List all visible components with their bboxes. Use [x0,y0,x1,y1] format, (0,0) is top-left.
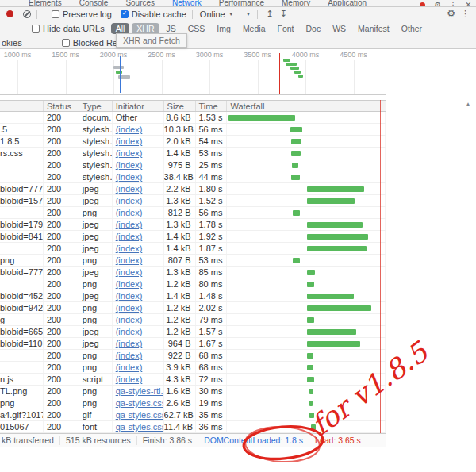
initiator-link[interactable]: qa-styles.css?… [113,397,164,409]
table-row[interactable]: .5200stylesh…(index)10.3 kB56 ms [0,124,386,136]
initiator-link[interactable]: (index) [113,136,164,147]
filter-pill-other[interactable]: Other [397,23,427,34]
initiator-link[interactable]: (index) [113,314,164,325]
filter-pill-font[interactable]: Font [272,23,298,34]
network-conditions-caret-icon[interactable]: ▼ [246,11,251,17]
more-options-icon[interactable]: ⋮ [449,1,456,7]
initiator-link[interactable]: qa-styles-rtl.c… [113,386,164,397]
initiator-link[interactable]: (index) [113,338,164,349]
tab-memory[interactable]: Memory [282,0,310,7]
tab-sources[interactable]: Sources [125,0,155,7]
request-time: 1.57 s [196,326,228,337]
initiator-link[interactable]: (index) [113,290,164,301]
filter-pill-media[interactable]: Media [238,23,271,34]
table-row[interactable]: a4.gif?1017…200gifqa-styles.css?…62.7 kB… [0,409,386,421]
header-type[interactable]: Type [79,101,113,111]
initiator-link[interactable]: (index) [113,362,164,373]
header-status[interactable]: Status [44,101,79,111]
initiator-link[interactable]: (index) [113,374,164,385]
filter-pill-js[interactable]: JS [162,23,181,34]
table-row[interactable]: 200png(index)1.2 kB80 ms [0,278,386,290]
overview-pane[interactable]: 1000 ms1500 ms2000 ms2500 ms3000 ms3500 … [0,49,386,95]
filter-pill-all[interactable]: All [111,23,130,34]
table-row[interactable]: png200png(index)807 B53 ms [0,255,386,267]
filter-pill-manifest[interactable]: Manifest [353,23,394,34]
table-row[interactable]: 200docum…Other8.6 kB1.53 s [0,112,386,124]
throttling-select[interactable]: Online ▼ [200,10,234,19]
initiator-link[interactable]: (index) [113,124,164,135]
filter-pill-ws[interactable]: WS [328,23,351,34]
filter-pill-doc[interactable]: Doc [301,23,326,34]
preserve-log-checkbox-box[interactable] [52,10,60,18]
initiator-link[interactable]: (index) [113,219,164,230]
table-row[interactable]: n.js200script(index)4.3 kB72 ms [0,374,386,386]
header-size[interactable]: Size [164,101,196,111]
clear-network-log-icon[interactable] [23,10,31,18]
table-row[interactable]: blobid=841…200jpeg(index)1.4 kB1.92 s [0,231,386,243]
table-row[interactable]: blobid=452…200jpeg(index)1.4 kB1.48 s [0,290,386,302]
table-row[interactable]: 1.8.5200stylesh…(index)2.0 kB54 ms [0,136,386,148]
initiator-link[interactable]: (index) [113,195,164,206]
initiator-link[interactable]: (index) [113,207,164,218]
filter-pill-img[interactable]: Img [212,23,236,34]
table-row[interactable]: g200png(index)1.2 kB79 ms [0,314,386,326]
tab-performance[interactable]: Performance [219,0,264,7]
initiator-link[interactable]: (index) [113,159,164,171]
tab-network[interactable]: Network [172,0,202,7]
header-initiator[interactable]: Initiator [113,101,164,111]
initiator-link[interactable]: (index) [113,231,164,242]
initiator-link[interactable]: (index) [113,302,164,313]
table-row[interactable]: blobid=157…200jpeg(index)1.3 kB1.52 s [0,195,386,207]
import-har-icon[interactable]: ↥ [267,9,274,19]
table-row[interactable]: rs.css200stylesh…(index)1.4 kB53 ms [0,148,386,159]
close-devtools-icon[interactable]: ✕ [465,1,471,7]
table-row[interactable]: png200pngqa-styles.css?…2.6 kB19 ms [0,397,386,409]
header-time[interactable]: Time [196,101,228,111]
header-waterfall[interactable]: Waterfall [227,101,386,111]
initiator-link[interactable]: qa-styles.css?… [113,421,164,432]
table-row[interactable]: 015067200fontqa-styles.css?…11.4 kB36 ms [0,421,386,433]
initiator-link[interactable]: (index) [113,243,164,254]
initiator-link[interactable]: (index) [113,267,164,278]
table-row[interactable]: TL.png200pngqa-styles-rtl.c…1.6 kB30 ms [0,386,386,397]
table-row[interactable]: 200png(index)812 B56 ms [0,207,386,219]
network-settings-gear-icon[interactable]: ⚙ [447,9,455,18]
table-row[interactable]: blobid=110…200jpeg(index)964 B1.67 s [0,338,386,350]
table-row[interactable]: 200jpeg(index)1.4 kB1.87 s [0,243,386,255]
table-row[interactable]: 200png(index)3.9 kB68 ms [0,362,386,374]
table-row[interactable]: 200png(index)922 B68 ms [0,350,386,362]
hide-data-urls-checkbox-box[interactable] [32,25,40,33]
export-har-icon[interactable]: ↧ [280,9,287,19]
initiator-link[interactable]: (index) [113,183,164,194]
disable-cache-checkbox-box[interactable] [121,10,129,18]
preserve-log-checkbox[interactable]: Preserve log [52,10,112,19]
table-row[interactable]: 200stylesh…(index)38.4 kB44 ms [0,171,386,183]
initiator-link[interactable]: (index) [113,148,164,159]
record-network-log-icon[interactable] [6,10,13,17]
tab-console[interactable]: Console [79,0,109,7]
request-status: 200 [44,136,79,147]
initiator-link[interactable]: (index) [113,350,164,361]
table-row[interactable]: blobid=179…200jpeg(index)1.3 kB1.78 s [0,219,386,231]
table-row[interactable]: blobid=665…200jpeg(index)1.2 kB1.57 s [0,326,386,338]
hide-data-urls-checkbox[interactable]: Hide data URLs [32,24,105,33]
table-row[interactable]: blobid=942…200png(index)1.2 kB2.02 s [0,302,386,314]
scrollbar-up-icon[interactable]: ▲ [465,101,471,108]
initiator-link[interactable]: (index) [113,326,164,337]
disable-cache-checkbox[interactable]: Disable cache [121,10,186,19]
initiator-link[interactable]: qa-styles.css?… [113,409,164,420]
initiator-link[interactable]: (index) [113,255,164,266]
toolbar-kebab-icon[interactable]: ⋮ [461,9,470,18]
initiator-link[interactable]: (index) [113,278,164,290]
settings-gear-icon[interactable]: ⚙ [434,1,440,7]
filter-pill-css[interactable]: CSS [183,23,210,34]
header-name[interactable] [0,101,44,111]
tab-elements[interactable]: Elements [29,0,62,7]
tab-application[interactable]: Application [328,0,367,7]
initiator-link[interactable]: (index) [113,171,164,182]
blocked-requests-checkbox-box[interactable] [62,39,70,47]
table-row[interactable]: blobid=777…200jpeg(index)1.3 kB85 ms [0,267,386,278]
table-row[interactable]: 200stylesh…(index)975 B25 ms [0,159,386,171]
table-row[interactable]: blobid=777…200jpeg(index)2.2 kB1.80 s [0,183,386,195]
filter-pill-xhr[interactable]: XHR [132,23,159,34]
